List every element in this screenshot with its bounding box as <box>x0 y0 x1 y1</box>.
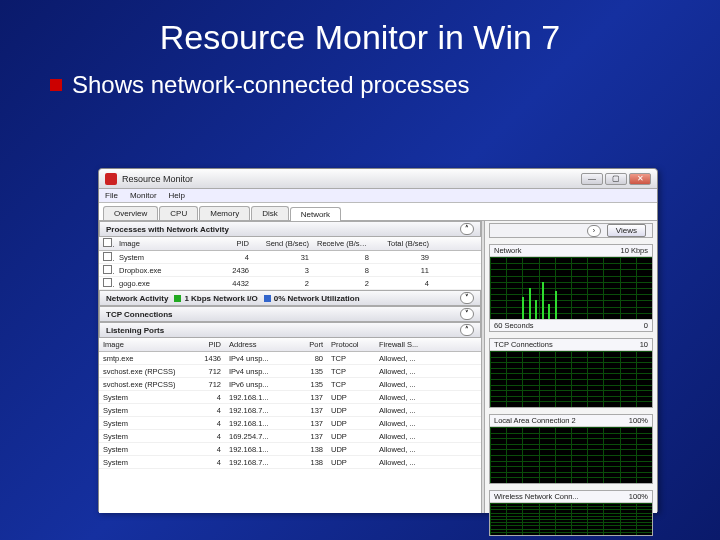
panel-activity-title: Network Activity <box>106 294 168 303</box>
table-row[interactable]: System4169.254.7...137UDPAllowed, ... <box>99 430 481 443</box>
views-button[interactable]: Views <box>607 224 646 237</box>
cell: 712 <box>189 380 225 389</box>
row-check[interactable] <box>103 252 112 261</box>
cell: 137 <box>291 432 327 441</box>
panel-processes-header[interactable]: Processes with Network Activity ˄ <box>99 221 481 237</box>
cell: 137 <box>291 393 327 402</box>
check-all[interactable] <box>103 238 112 247</box>
collapse-icon[interactable]: ˄ <box>460 223 474 235</box>
row-check[interactable] <box>103 278 112 287</box>
expand-icon[interactable]: ˅ <box>460 292 474 304</box>
tab-network[interactable]: Network <box>290 207 341 221</box>
panel-activity-header[interactable]: Network Activity 1 Kbps Network I/O 0% N… <box>99 290 481 306</box>
cell: UDP <box>327 458 375 467</box>
cell: 4 <box>373 279 433 288</box>
legend-green-icon <box>174 295 181 302</box>
row-check[interactable] <box>103 265 112 274</box>
cell: 192.168.1... <box>225 393 291 402</box>
titlebar[interactable]: Resource Monitor — ▢ ✕ <box>99 169 657 189</box>
body: Processes with Network Activity ˄ Image … <box>99 221 657 513</box>
cell: Allowed, ... <box>375 367 425 376</box>
minimize-button[interactable]: — <box>581 173 603 185</box>
cell: Allowed, ... <box>375 354 425 363</box>
graph-tcp: TCP Connections 10 <box>489 338 653 408</box>
panel-tcp-header[interactable]: TCP Connections ˅ <box>99 306 481 322</box>
close-button[interactable]: ✕ <box>629 173 651 185</box>
col-total[interactable]: Total (B/sec) <box>373 239 433 248</box>
bullet: Shows network-connected processes <box>0 65 720 109</box>
graph-body <box>490 503 652 535</box>
table-row[interactable]: System4192.168.1...137UDPAllowed, ... <box>99 417 481 430</box>
cell: 135 <box>291 367 327 376</box>
col-pid[interactable]: PID <box>205 239 253 248</box>
table-row[interactable]: System4192.168.7...137UDPAllowed, ... <box>99 404 481 417</box>
cell: Allowed, ... <box>375 445 425 454</box>
cell: 4432 <box>205 279 253 288</box>
expand-icon[interactable]: ˅ <box>460 308 474 320</box>
cell: Allowed, ... <box>375 419 425 428</box>
maximize-button[interactable]: ▢ <box>605 173 627 185</box>
cell: 3 <box>253 266 313 275</box>
table-row[interactable]: svchost.exe (RPCSS)712IPv6 unsp...135TCP… <box>99 378 481 391</box>
table-row[interactable]: svchost.exe (RPCSS)712IPv4 unsp...135TCP… <box>99 365 481 378</box>
col-pid[interactable]: PID <box>189 340 225 349</box>
col-recv[interactable]: Receive (B/sec) <box>313 239 373 248</box>
table-row[interactable]: gogo.exe 4432 2 2 4 <box>99 277 481 290</box>
table-row[interactable]: Dropbox.exe 2436 3 8 11 <box>99 264 481 277</box>
table-row[interactable]: System4192.168.1...138UDPAllowed, ... <box>99 443 481 456</box>
cell: 192.168.7... <box>225 406 291 415</box>
cell: 8 <box>313 253 373 262</box>
cell: 11 <box>373 266 433 275</box>
tab-cpu[interactable]: CPU <box>159 206 198 220</box>
cell: UDP <box>327 419 375 428</box>
graph-title: Network <box>494 246 522 255</box>
window-title: Resource Monitor <box>122 174 579 184</box>
panel-tcp-title: TCP Connections <box>106 310 173 319</box>
cell: 192.168.1... <box>225 445 291 454</box>
cell: UDP <box>327 432 375 441</box>
graph-scale: 100% <box>629 492 648 501</box>
graph-scale: 10 <box>640 340 648 349</box>
cell: 4 <box>189 432 225 441</box>
cell: 135 <box>291 380 327 389</box>
col-image[interactable]: Image <box>115 239 205 248</box>
cell: 1436 <box>189 354 225 363</box>
col-addr[interactable]: Address <box>225 340 291 349</box>
col-port[interactable]: Port <box>291 340 327 349</box>
chevron-right-icon[interactable]: › <box>587 225 601 237</box>
cell: smtp.exe <box>99 354 189 363</box>
table-row[interactable]: System4192.168.7...138UDPAllowed, ... <box>99 456 481 469</box>
col-proto[interactable]: Protocol <box>327 340 375 349</box>
menu-help[interactable]: Help <box>169 191 185 200</box>
menu-file[interactable]: File <box>105 191 118 200</box>
menu-monitor[interactable]: Monitor <box>130 191 157 200</box>
cell: 192.168.1... <box>225 419 291 428</box>
tab-overview[interactable]: Overview <box>103 206 158 220</box>
graph-wifi: Wireless Network Conn... 100% <box>489 490 653 536</box>
cell: Allowed, ... <box>375 380 425 389</box>
table-row[interactable]: smtp.exe1436IPv4 unsp...80TCPAllowed, ..… <box>99 352 481 365</box>
cell: 137 <box>291 406 327 415</box>
panel-processes-title: Processes with Network Activity <box>106 225 229 234</box>
cell: 712 <box>189 367 225 376</box>
collapse-icon[interactable]: ˄ <box>460 324 474 336</box>
graph-body <box>490 257 652 319</box>
bullet-icon <box>50 79 62 91</box>
cell: svchost.exe (RPCSS) <box>99 367 189 376</box>
table-row[interactable]: System4192.168.1...137UDPAllowed, ... <box>99 391 481 404</box>
col-image[interactable]: Image <box>99 340 189 349</box>
panel-listen-header[interactable]: Listening Ports ˄ <box>99 322 481 338</box>
cell: 2436 <box>205 266 253 275</box>
col-fw[interactable]: Firewall S... <box>375 340 425 349</box>
tab-memory[interactable]: Memory <box>199 206 250 220</box>
cell: svchost.exe (RPCSS) <box>99 380 189 389</box>
col-send[interactable]: Send (B/sec) <box>253 239 313 248</box>
tab-disk[interactable]: Disk <box>251 206 289 220</box>
table-row[interactable]: System 4 31 8 39 <box>99 251 481 264</box>
cell: TCP <box>327 354 375 363</box>
cell: 138 <box>291 458 327 467</box>
proc-rows: System 4 31 8 39 Dropbox.exe 2436 3 8 11… <box>99 251 481 290</box>
tabs: Overview CPU Memory Disk Network <box>99 203 657 221</box>
cell: 39 <box>373 253 433 262</box>
graph-title: Local Area Connection 2 <box>494 416 576 425</box>
